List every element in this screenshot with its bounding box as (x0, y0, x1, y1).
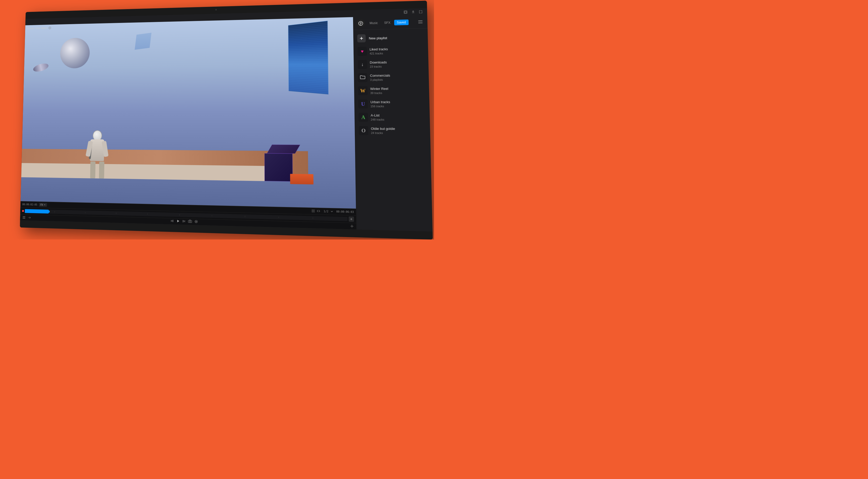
toolbar-arrows[interactable] (27, 215, 32, 220)
commercials-icon (358, 73, 367, 82)
playlist-item-urban-tracks[interactable]: U Urban tracks 156 tracks ••• (354, 97, 430, 111)
urban-tracks-icon: U (358, 99, 368, 108)
layout-icon (311, 209, 315, 213)
new-playlist-button[interactable]: New playlist (353, 31, 428, 45)
hamburger-menu[interactable] (416, 18, 424, 25)
svg-rect-9 (23, 217, 24, 218)
video-preview[interactable]: Source: Color Match (21, 17, 356, 208)
liked-tracks-name: Liked tracks (369, 46, 417, 52)
playlist-item-liked[interactable]: ♥ Liked tracks 421 tracks ••• (353, 44, 428, 58)
source-text: Source: Color Match (27, 27, 47, 30)
expand-icon[interactable] (418, 10, 423, 14)
main-area: Source: Color Match 00:00:02:05 (20, 15, 433, 232)
liked-tracks-info: Liked tracks 421 tracks (369, 46, 417, 55)
commercials-name: Commercials (370, 73, 418, 78)
share-icon[interactable] (411, 10, 415, 14)
record-button[interactable] (194, 220, 198, 225)
svg-rect-7 (23, 216, 24, 217)
downloads-icon: ↓ (358, 60, 367, 69)
nav-tabs: Music SFX Saved (367, 19, 414, 26)
camera-button[interactable] (188, 219, 192, 224)
playlist-item-a-list[interactable]: A A-List 248 tracks ••• (355, 110, 430, 124)
app-logo[interactable] (356, 19, 365, 27)
oldie-goldie-icon: O (359, 126, 368, 135)
a-list-name: A-List (371, 113, 419, 118)
commercials-info: Commercials 3 playlists (370, 73, 418, 81)
downloads-name: Downloads (370, 60, 418, 65)
playlist-item-commercials[interactable]: Commercials 3 playlists ••• (354, 70, 429, 84)
tab-sfx[interactable]: SFX (381, 20, 393, 25)
fit-label: Fit (40, 203, 43, 206)
urban-tracks-info: Urban tracks 156 tracks (370, 100, 419, 108)
winter-reel-meta: 39 tracks (370, 91, 419, 95)
sidebar-panel: Music SFX Saved (353, 15, 433, 232)
a-list-icon: A (359, 113, 368, 122)
winter-reel-info: Winter Reel 39 tracks (370, 87, 418, 95)
oldie-goldie-info: Oldie but goldie 24 tracks (371, 127, 420, 135)
monitor-wrapper: Source: Color Match 00:00:02:05 (12, 5, 419, 232)
svg-rect-5 (312, 211, 313, 212)
monitor-screen: Source: Color Match 00:00:02:05 (20, 0, 433, 240)
play-button[interactable] (176, 219, 180, 224)
svg-rect-8 (24, 216, 25, 217)
fit-button[interactable]: Fit (39, 203, 47, 206)
svg-rect-10 (24, 217, 25, 218)
toolbar-add-button[interactable] (350, 224, 354, 228)
skip-forward-button[interactable] (182, 219, 186, 224)
a-list-info: A-List 248 tracks (371, 113, 419, 121)
toolbar-icon-1[interactable] (22, 215, 26, 219)
playlist-item-oldie-goldie[interactable]: O Oldie but goldie 24 tracks ••• (355, 124, 430, 137)
svg-point-12 (189, 221, 191, 222)
downloads-info: Downloads 23 tracks (370, 60, 418, 68)
source-label: Source: Color Match (27, 26, 51, 30)
svg-rect-4 (313, 210, 314, 211)
oldie-goldie-meta: 24 tracks (371, 132, 420, 135)
timecode-current: 00:00:02:05 (22, 203, 37, 206)
add-track-button[interactable] (349, 216, 354, 222)
svg-point-14 (196, 221, 197, 222)
hamburger-line-3 (418, 23, 423, 23)
editor-area: Source: Color Match 00:00:02:05 (20, 17, 356, 229)
svg-point-16 (361, 24, 361, 25)
liked-tracks-meta: 421 tracks (370, 51, 418, 55)
playlist-list: New playlist ♥ Liked tracks 421 tracks (353, 28, 433, 231)
screen-inner: Source: Color Match 00:00:02:05 (20, 8, 433, 232)
tab-music[interactable]: Music (367, 20, 380, 26)
page-indicator: 1/2 (323, 210, 328, 213)
urban-tracks-name: Urban tracks (370, 100, 419, 104)
liked-tracks-icon: ♥ (357, 47, 367, 56)
window-icon[interactable] (403, 10, 408, 14)
winter-reel-icon: W (358, 86, 368, 95)
svg-rect-6 (313, 211, 314, 212)
plus-icon (357, 34, 366, 42)
skip-back-button[interactable] (170, 219, 174, 224)
timecode-total: 00:00:06:03 (336, 210, 354, 213)
oldie-goldie-name: Oldie but goldie (371, 127, 420, 131)
urban-tracks-meta: 156 tracks (370, 105, 419, 108)
playhead-marker (22, 210, 24, 212)
commercials-meta: 3 playlists (370, 78, 418, 81)
page-dropdown-icon[interactable] (331, 210, 333, 213)
svg-rect-3 (312, 210, 313, 211)
playlist-item-winter-reel[interactable]: W Winter Reel 39 tracks ••• (354, 83, 429, 97)
winter-reel-name: Winter Reel (370, 87, 418, 91)
resize-icon (316, 209, 320, 213)
hamburger-line-1 (418, 21, 423, 21)
hamburger-line-2 (418, 22, 423, 22)
playlist-item-downloads[interactable]: ↓ Downloads 23 tracks ••• (354, 57, 429, 71)
downloads-meta: 23 tracks (370, 65, 418, 68)
a-list-meta: 248 tracks (371, 118, 419, 121)
tab-saved[interactable]: Saved (394, 20, 409, 25)
camera-dot (215, 9, 217, 10)
sidebar-header: Music SFX Saved (353, 15, 428, 30)
svg-rect-11 (188, 220, 192, 223)
svg-rect-1 (405, 11, 407, 13)
new-playlist-label: New playlist (369, 36, 388, 40)
